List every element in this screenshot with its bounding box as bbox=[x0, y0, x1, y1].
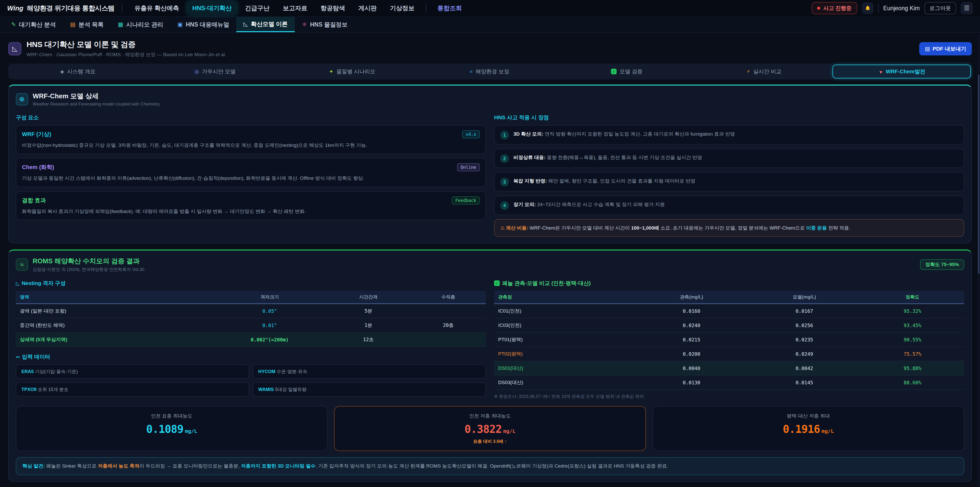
logo-wing-icon: Wing bbox=[7, 4, 23, 12]
topnav-right: 사고 진행중 Eunjeong Kim 로그아웃 ☰ bbox=[811, 2, 973, 14]
input-chip-wamis: WAMIS 5대강 일별유량 bbox=[253, 382, 486, 397]
user-name: Eunjeong Kim bbox=[883, 5, 920, 12]
number-badge: 4 bbox=[500, 201, 509, 210]
nav-item-board[interactable]: 게시판 bbox=[353, 2, 382, 15]
number-badge: 1 bbox=[500, 131, 509, 139]
table-row: PT02(평택) 0.0200 0.0249 75.57% bbox=[494, 347, 964, 361]
wrf-section-header: ⊕ WRF-Chem 모델 상세 Weather Research and Fo… bbox=[16, 92, 964, 107]
accuracy-badge: 정확도 75~95% bbox=[920, 259, 964, 270]
microscope-icon: ◈ bbox=[60, 69, 64, 75]
nesting-table: 영역 격자크기 시간간격 수직층 광역 (일본·대만 포함) 0.05° 5분 bbox=[16, 291, 486, 347]
feedback-badge: Feedback bbox=[452, 196, 480, 204]
notifications-button[interactable] bbox=[862, 2, 873, 14]
number-badge: 2 bbox=[500, 154, 509, 163]
table-row-highlighted: DS01(대산) 0.0040 0.0042 95.88% bbox=[494, 361, 964, 375]
tab-system-overview[interactable]: ◈시스템 개요 bbox=[9, 65, 146, 78]
wave-icon: ≈ bbox=[16, 259, 28, 271]
tab-model-validation[interactable]: ✓모델 검증 bbox=[558, 65, 695, 78]
nav-item-rescue[interactable]: 긴급구난 bbox=[240, 2, 275, 15]
table-row: DS03(대산) 0.0130 0.0145 88.60% bbox=[494, 375, 964, 390]
wrf-section-title: WRF-Chem 모델 상세 bbox=[33, 92, 160, 101]
subnav-scenario-management[interactable]: ▦ 시나리오 관리 bbox=[111, 17, 170, 32]
stat-card-incheon-bottom: 인천 저층 최대농도 0.3822mg/L 표층 대비 3.5배 ↑ bbox=[334, 406, 646, 451]
component-card-chem: Chem (화학) Online 기상 모델과 동일한 시간 스텝에서 화학종의… bbox=[16, 158, 486, 187]
tab-realtime-comparison[interactable]: ⚡실시간 비교 bbox=[695, 65, 833, 78]
wave-icon: ≈ bbox=[470, 69, 473, 75]
advantage-item: 2 비정상류 대응: 풍향 전환(해풍↔육풍), 돌풍, 전선 통과 등 시변 … bbox=[494, 148, 964, 168]
input-chip-era5: ERA5 기상(기압·풍속·기온) bbox=[16, 364, 249, 379]
wrf-chem-section: ⊕ WRF-Chem 모델 상세 Weather Research and Fo… bbox=[8, 85, 972, 243]
component-card-coupling: 결합 효과 Feedback 화학물질의 복사 효과가 기상장에 되먹임(fee… bbox=[16, 191, 486, 220]
phenol-comparison-table: 관측점 관측(mg/L) 모델(mg/L) 정확도 IC01(인천) 0.016… bbox=[494, 291, 964, 390]
inputs-heading: ∾입력 데이터 bbox=[16, 353, 486, 360]
subnav-analysis-list[interactable]: ▤ 분석 목록 bbox=[63, 17, 111, 32]
nav-item-aerial-search[interactable]: 항공탐색 bbox=[315, 2, 350, 15]
atom-icon: ⚛ bbox=[302, 21, 307, 28]
advantages-column: HNS 사고 적용 시 장점 1 3D 확산 모의: 연직 방향 확산까지 포함… bbox=[494, 112, 964, 237]
advantage-item: 3 복잡 지형 반영: 해안 절벽, 항만 구조물, 인접 도시의 건물 효과를… bbox=[494, 172, 964, 192]
nav-item-weather[interactable]: 기상정보 bbox=[385, 2, 420, 15]
main-menu: 유출유 확산예측 HNS·대기확산 긴급구난 보고자료 항공탐색 게시판 기상정… bbox=[129, 2, 467, 15]
pdf-export-button[interactable]: ▤ PDF 내보내기 bbox=[919, 42, 972, 56]
table-row: IC01(인천) 0.0160 0.0167 95.32% bbox=[494, 303, 964, 318]
book-icon: ▣ bbox=[177, 21, 183, 28]
app-window: Wing 해양환경 위기대응 통합시스템 유출유 확산예측 HNS·대기확산 긴… bbox=[0, 0, 980, 487]
table-row-highlighted: 상세역 (5개 우심지역) 0.002°(≈200m) 12초 bbox=[16, 332, 486, 347]
ruler-icon: ◺ bbox=[8, 42, 21, 56]
divider bbox=[426, 4, 426, 12]
component-desc: 기상 모델과 동일한 시간 스텝에서 화학종의 이류(advection), 난… bbox=[22, 174, 480, 182]
document-icon: ▤ bbox=[925, 46, 930, 52]
scrollbar-thumb[interactable] bbox=[978, 75, 980, 274]
component-name: WRF (기상) bbox=[22, 131, 51, 138]
tab-gaussian-model[interactable]: ◎가우시안 모델 bbox=[146, 65, 284, 78]
nav-item-integrated-search[interactable]: 통합조회 bbox=[432, 2, 467, 15]
version-badge: v4.x bbox=[462, 130, 480, 139]
nesting-column: ◺Nesting 격자 구성 영역 격자크기 시간간격 수직층 광역 (일본·대 bbox=[16, 278, 486, 399]
table-row: IC03(인천) 0.0240 0.0256 93.45% bbox=[494, 318, 964, 332]
hamburger-menu-button[interactable]: ☰ bbox=[961, 2, 973, 14]
subnav-model-theory[interactable]: ◺ 확산모델 이론 bbox=[236, 17, 295, 32]
table-row: PT01(평택) 0.0215 0.0235 90.55% bbox=[494, 332, 964, 347]
comparison-note: 표층 대비 3.5배 ↑ bbox=[341, 439, 639, 444]
logout-button[interactable]: 로그아웃 bbox=[924, 2, 956, 14]
incident-dot-icon bbox=[817, 6, 820, 10]
subnav-hns-manual[interactable]: ▣ HNS 대응매뉴얼 bbox=[170, 17, 236, 32]
advantage-item: 4 장기 모의: 24~72시간 예측으로 사고 수습 계획 및 장기 피해 평… bbox=[494, 196, 964, 215]
components-column: 구성 요소 WRF (기상) v4.x 비정수압(non-hydrostatic… bbox=[16, 112, 486, 237]
ruler-icon: ◺ bbox=[16, 281, 20, 286]
nav-item-oil-spill[interactable]: 유출유 확산예측 bbox=[129, 2, 184, 15]
component-desc: 화학물질의 복사 효과가 기상장에 되먹임(feedback). 예: 대량의 … bbox=[22, 208, 480, 215]
app-logo[interactable]: Wing 해양환경 위기대응 통합시스템 bbox=[7, 4, 115, 13]
nav-item-reports[interactable]: 보고자료 bbox=[278, 2, 312, 15]
divider bbox=[878, 4, 879, 12]
roms-section-subtitle: 김창경·이문진 외 (2024), 한국해양환경·안전학회지 Vol.30 bbox=[33, 267, 144, 273]
nav-item-hns-diffusion[interactable]: HNS·대기확산 bbox=[187, 2, 237, 15]
tab-marine-correction[interactable]: ≈해양환경 보정 bbox=[421, 65, 558, 78]
component-name: Chem (화학) bbox=[22, 163, 54, 171]
wrf-section-subtitle: Weather Research and Forecasting model c… bbox=[33, 102, 160, 107]
incident-status-badge[interactable]: 사고 진행중 bbox=[811, 2, 857, 14]
advantages-heading: HNS 사고 적용 시 장점 bbox=[494, 114, 964, 121]
top-navbar: Wing 해양환경 위기대응 통합시스템 유출유 확산예측 HNS·대기확산 긴… bbox=[0, 0, 980, 17]
pencil-icon: ✎ bbox=[11, 21, 16, 28]
components-heading: 구성 요소 bbox=[16, 114, 486, 121]
flask-icon: ✦ bbox=[329, 69, 333, 75]
roms-section: ≈ ROMS 해양확산 수치모의 검증 결과 김창경·이문진 외 (2024),… bbox=[8, 249, 972, 482]
roms-section-header: ≈ ROMS 해양확산 수치모의 검증 결과 김창경·이문진 외 (2024),… bbox=[16, 257, 964, 273]
subnav-hns-substance-info[interactable]: ⚛ HNS 물질정보 bbox=[295, 17, 355, 32]
input-data-grid: ERA5 기상(기압·풍속·기온) HYCOM 수온·염분·유속 TPXO9 조… bbox=[16, 364, 486, 397]
ruler-icon: ◺ bbox=[243, 21, 248, 27]
app-title: 해양환경 위기대응 통합시스템 bbox=[27, 4, 115, 13]
phenol-heading: ✓페놀 관측-모델 비교 (인천·평택·대산) bbox=[494, 279, 964, 287]
divider bbox=[122, 4, 122, 12]
lightning-icon: ⚡ bbox=[746, 69, 750, 75]
subnav-diffusion-analysis[interactable]: ✎ 대기확산 분석 bbox=[4, 17, 63, 32]
chart-icon: ▦ bbox=[118, 21, 123, 28]
check-icon: ✓ bbox=[611, 69, 617, 74]
tab-wrf-chem-advancement[interactable]: ▲WRF-Chem발전 bbox=[832, 65, 971, 78]
check-icon: ✓ bbox=[494, 280, 500, 286]
page-header: ◺ HNS 대기확산 모델 이론 및 검증 WRF-Chem · Gaussia… bbox=[0, 33, 980, 62]
component-desc: 비정수압(non-hydrostatic) 중규모 기상 모델. 3차원 바람장… bbox=[22, 142, 480, 149]
component-card-wrf: WRF (기상) v4.x 비정수압(non-hydrostatic) 중규모 … bbox=[16, 125, 486, 154]
tab-substance-scenarios[interactable]: ✦물질별 시나리오 bbox=[283, 65, 421, 78]
